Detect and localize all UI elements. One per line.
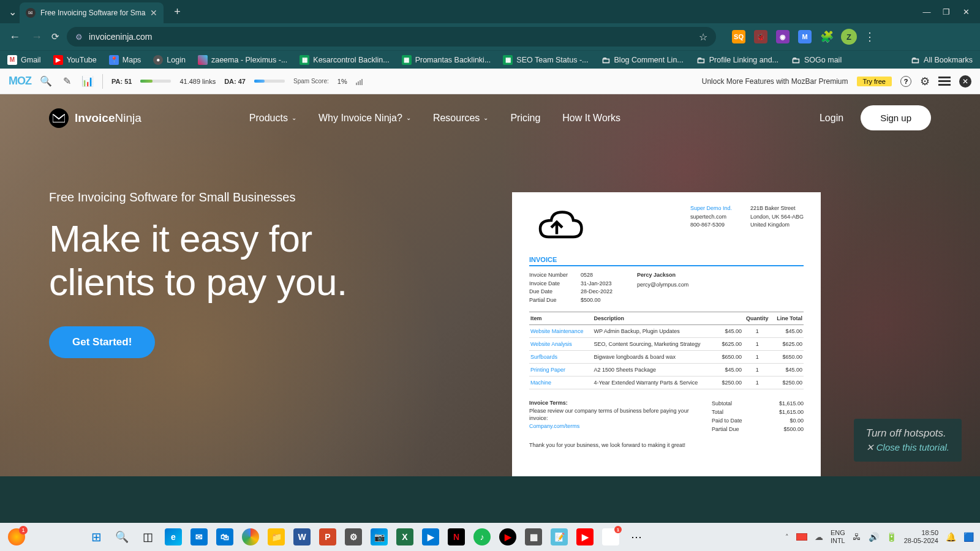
- taskbar-word-icon[interactable]: W: [292, 527, 312, 547]
- address-bar[interactable]: ⚙ invoiceninja.com ☆: [67, 27, 716, 47]
- signup-button[interactable]: Sign up: [861, 105, 931, 130]
- bookmark-maps[interactable]: 📍Maps: [109, 55, 141, 65]
- reload-button[interactable]: ⟳: [51, 31, 59, 42]
- tray-flag-icon[interactable]: [796, 533, 807, 541]
- bookmark-gmail[interactable]: MGmail: [7, 55, 41, 65]
- moz-page-icon[interactable]: 📊: [81, 75, 94, 88]
- login-link[interactable]: Login: [820, 113, 843, 124]
- bookmark-login[interactable]: ●Login: [153, 55, 186, 65]
- taskbar-store-icon[interactable]: 🛍: [214, 527, 235, 547]
- taskbar-settings-icon[interactable]: ⚙: [343, 527, 364, 547]
- start-button[interactable]: ⊞: [86, 527, 107, 547]
- minimize-button[interactable]: —: [922, 7, 931, 17]
- moz-highlight-icon[interactable]: ✎: [61, 75, 73, 88]
- language-indicator[interactable]: ENGINTL: [831, 529, 845, 545]
- taskbar-ytmusic-icon[interactable]: ▶: [497, 527, 518, 547]
- bookmark-sheet1[interactable]: ▦Kesarcontrol Backlin...: [300, 55, 389, 65]
- site-logo[interactable]: InvoiceNinja: [49, 108, 141, 128]
- taskbar-youtube-icon[interactable]: ▶: [575, 527, 595, 547]
- tray-copilot-icon[interactable]: 🟦: [963, 532, 974, 542]
- moz-da-metric: DA: 47: [224, 78, 246, 85]
- tutorial-close-link[interactable]: ✕Close this tutorial.: [866, 442, 949, 453]
- new-tab-button[interactable]: +: [168, 3, 186, 20]
- tray-battery-icon[interactable]: 🔋: [886, 532, 897, 542]
- moz-try-free-button[interactable]: Try free: [857, 77, 892, 86]
- table-row: Machine4-Year Extended Warranty Parts & …: [529, 377, 804, 389]
- browser-toolbar: ← → ⟳ ⚙ invoiceninja.com ☆ SQ 🐞 ◉ M 🧩 Z …: [0, 23, 980, 50]
- tab-title: Free Invoicing Software for Sma: [40, 9, 145, 17]
- bookmark-slack[interactable]: zaeema - Pleximus -...: [198, 55, 287, 65]
- all-bookmarks-button[interactable]: 🗀All Bookmarks: [910, 55, 973, 65]
- taskbar-explorer-icon[interactable]: 📁: [266, 527, 287, 547]
- taskbar-clock[interactable]: 18:5028-05-2024: [904, 529, 938, 545]
- taskbar-calculator-icon[interactable]: ▦: [523, 527, 544, 547]
- taskbar-photos-icon[interactable]: 📷: [369, 527, 390, 547]
- extension-ig-icon[interactable]: ◉: [776, 30, 790, 43]
- taskbar-taskview-icon[interactable]: ◫: [137, 527, 158, 547]
- back-button[interactable]: ←: [7, 31, 22, 43]
- moz-spam-label: Spam Score:: [293, 78, 329, 84]
- tutorial-popup: Turn off hotspots. ✕Close this tutorial.: [854, 419, 962, 462]
- taskbar-weather-icon[interactable]: [6, 527, 27, 547]
- extension-bug-icon[interactable]: 🐞: [754, 30, 767, 43]
- profile-avatar[interactable]: Z: [841, 29, 857, 45]
- taskbar-powerpoint-icon[interactable]: P: [317, 527, 338, 547]
- bookmark-folder3[interactable]: 🗀SOGo mail: [791, 55, 842, 65]
- nav-how[interactable]: How It Works: [562, 113, 620, 124]
- taskbar-more-icon[interactable]: ⋯: [626, 527, 647, 547]
- bookmark-folder1[interactable]: 🗀Blog Comment Lin...: [601, 55, 684, 65]
- table-row: Website AnalysisSEO, Content Sourcing, M…: [529, 338, 804, 351]
- moz-unlock-text: Unlock More Features with MozBar Premium: [702, 77, 848, 86]
- slack-icon: [198, 55, 208, 65]
- bookmark-youtube[interactable]: ▶YouTube: [53, 55, 97, 65]
- browser-tab[interactable]: ✉ Free Invoicing Software for Sma ✕: [20, 2, 164, 23]
- taskbar-slack-icon[interactable]: 1⁂: [600, 527, 621, 547]
- windows-taskbar: ⊞ 🔍 ◫ e ✉ 🛍 📁 W P ⚙ 📷 X ▶ N ♪ ▶ ▦ 📝 ▶ 1⁂…: [0, 523, 980, 551]
- bookmark-sheet2[interactable]: ▦Promantas Backlinki...: [402, 55, 491, 65]
- taskbar-search-icon[interactable]: 🔍: [111, 527, 132, 547]
- taskbar-edge-icon[interactable]: e: [163, 527, 184, 547]
- tray-notifications-icon[interactable]: 🔔: [946, 532, 956, 542]
- moz-settings-icon[interactable]: ⚙: [920, 75, 930, 88]
- close-window-button[interactable]: ✕: [962, 7, 970, 17]
- extensions-puzzle-icon[interactable]: 🧩: [820, 30, 834, 43]
- taskbar-movies-icon[interactable]: ▶: [420, 527, 441, 547]
- forward-button[interactable]: →: [29, 31, 44, 43]
- tray-onedrive-icon[interactable]: ☁: [815, 532, 823, 542]
- get-started-button[interactable]: Get Started!: [49, 326, 155, 358]
- extension-sq-icon[interactable]: SQ: [732, 30, 745, 43]
- moz-help-icon[interactable]: ?: [900, 76, 911, 87]
- tray-volume-icon[interactable]: 🔊: [869, 532, 879, 542]
- nav-resources[interactable]: Resources⌄: [433, 113, 488, 124]
- bookmark-sheet3[interactable]: ▦SEO Team Status -...: [503, 55, 588, 65]
- bookmarks-bar: MGmail ▶YouTube 📍Maps ●Login zaeema - Pl…: [0, 50, 980, 69]
- moz-logo[interactable]: MOZ: [9, 75, 31, 88]
- nav-pricing[interactable]: Pricing: [510, 113, 540, 124]
- site-info-icon[interactable]: ⚙: [75, 32, 83, 42]
- taskbar-spotify-icon[interactable]: ♪: [472, 527, 492, 547]
- bookmark-star-icon[interactable]: ☆: [699, 31, 707, 43]
- taskbar-mail-icon[interactable]: ✉: [189, 527, 209, 547]
- moz-close-icon[interactable]: ✕: [959, 75, 971, 88]
- folder-icon: 🗀: [601, 55, 611, 65]
- tab-search-dropdown[interactable]: ⌄: [5, 4, 20, 19]
- folder-icon: 🗀: [910, 55, 920, 65]
- tray-network-icon[interactable]: 🖧: [853, 532, 861, 542]
- browser-menu-icon[interactable]: ⋮: [864, 30, 875, 43]
- extension-m-icon[interactable]: M: [798, 30, 812, 43]
- taskbar-netflix-icon[interactable]: N: [446, 527, 467, 547]
- login-icon: ●: [153, 55, 163, 65]
- maximize-button[interactable]: ❐: [942, 7, 951, 17]
- taskbar-chrome-icon[interactable]: [240, 527, 261, 547]
- moz-menu-icon[interactable]: [938, 80, 951, 82]
- nav-products[interactable]: Products⌄: [249, 113, 296, 124]
- nav-why[interactable]: Why Invoice Ninja?⌄: [318, 113, 411, 124]
- tray-chevron-icon[interactable]: ˄: [785, 533, 789, 541]
- moz-search-icon[interactable]: 🔍: [40, 75, 52, 88]
- bookmark-folder2[interactable]: 🗀Profile Linking and...: [696, 55, 778, 65]
- taskbar-excel-icon[interactable]: X: [394, 527, 415, 547]
- tutorial-hotspots-text: Turn off hotspots.: [866, 427, 949, 440]
- taskbar-notepad-icon[interactable]: 📝: [549, 527, 570, 547]
- table-row: SurfboardsBigwave longboards & board wax…: [529, 351, 804, 364]
- close-icon[interactable]: ✕: [150, 8, 157, 18]
